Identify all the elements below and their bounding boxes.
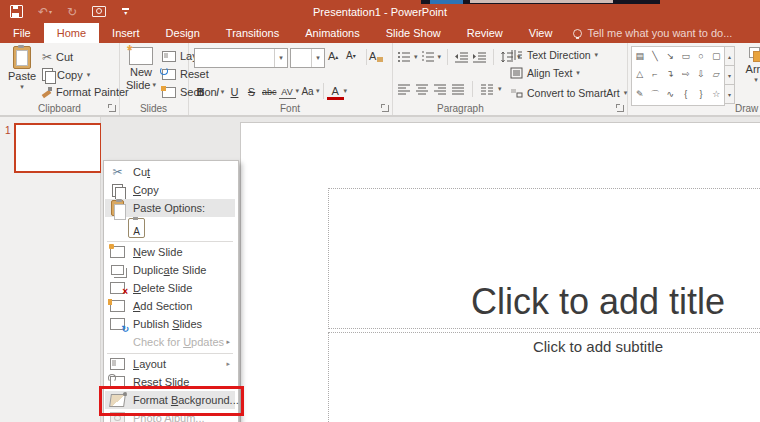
subtitle-placeholder[interactable]: Click to add subtitle (328, 332, 760, 422)
arrange-button[interactable]: Arra ▾ (739, 47, 760, 84)
shape-icon[interactable]: ⇨ (682, 69, 690, 79)
paragraph-dialog-launcher[interactable] (617, 105, 624, 112)
redo-icon[interactable]: ↻ (67, 6, 77, 18)
font-name-combo[interactable]: ▾ (194, 48, 288, 68)
tab-file[interactable]: File (0, 23, 44, 43)
align-left-icon[interactable] (397, 84, 411, 95)
menu-item-duplicate-slide[interactable]: Duplicate Slide (105, 261, 235, 279)
strikethrough-abc-button[interactable]: abc (260, 83, 279, 99)
columns-icon[interactable] (480, 84, 494, 95)
delete-slide-icon: × (110, 282, 125, 294)
tab-transitions[interactable]: Transitions (213, 23, 292, 43)
paragraph-row2: ▾ (397, 81, 502, 97)
chevron-down-icon[interactable]: ▾ (311, 49, 324, 67)
shape-icon[interactable]: ⇩ (697, 69, 705, 79)
align-text-button[interactable]: Align Text▾ (510, 67, 580, 79)
menu-separator (107, 241, 233, 242)
align-right-icon[interactable] (433, 84, 447, 95)
tab-slideshow[interactable]: Slide Show (373, 23, 454, 43)
shape-icon[interactable]: ⌒ (650, 88, 659, 101)
reset-slide-icon (110, 376, 125, 388)
bold-button[interactable]: B (192, 83, 209, 99)
change-case-button[interactable]: Aa (299, 83, 316, 99)
grow-font-button[interactable]: A▴ (328, 50, 338, 62)
keep-text-only-icon[interactable]: A (128, 218, 145, 238)
shape-icon[interactable]: ∿ (667, 89, 675, 99)
menu-item-add-section[interactable]: Add Section (105, 297, 235, 315)
align-center-icon[interactable] (415, 84, 429, 95)
menu-item-delete-slide[interactable]: × Delete Slide (105, 279, 235, 297)
tab-animations[interactable]: Animations (292, 23, 372, 43)
italic-button[interactable]: I (209, 83, 226, 99)
cut-button[interactable]: ✂ Cut (42, 50, 73, 64)
menu-item-layout[interactable]: Layout ▸ (105, 355, 235, 373)
undo-icon[interactable]: ↶▾ (38, 6, 52, 18)
ribbon: Paste ▾ ✂ Cut Copy ▾ Format Painter Clip… (0, 43, 760, 117)
photo-album-icon (110, 412, 125, 422)
shape-icon[interactable]: △ (636, 69, 643, 79)
menu-item-reset-slide[interactable]: Reset Slide (105, 373, 235, 391)
text-direction-button[interactable]: Text Direction▾ (510, 49, 598, 61)
shape-icon[interactable]: ↴ (667, 69, 675, 79)
gallery-down-icon[interactable]: ▾ (724, 66, 735, 85)
font-dialog-launcher[interactable] (382, 105, 389, 112)
shapes-gallery[interactable]: ▤ ╲ ↘ ▭ ○ ▢ △ ⌐ ↴ ⇨ ⇩ ▱ ✎ ⌒ ∿ { } ☆ (631, 46, 725, 106)
convert-smartart-button[interactable]: Convert to SmartArt▾ (510, 87, 627, 99)
shape-icon[interactable]: ✎ (636, 89, 644, 99)
menu-item-new-slide[interactable]: New Slide (105, 243, 235, 261)
decrease-indent-icon[interactable] (454, 51, 469, 63)
slide-thumbnail-1[interactable] (14, 123, 102, 173)
shape-icon[interactable]: ▭ (681, 51, 690, 61)
justify-icon[interactable] (451, 84, 465, 95)
scrubber-track (470, 0, 613, 3)
clear-formatting-button[interactable]: A (369, 50, 383, 62)
format-painter-button[interactable]: Format Painter (42, 86, 129, 98)
strikethrough-button[interactable]: S (243, 83, 260, 99)
shape-icon[interactable]: ↘ (667, 51, 675, 61)
shape-icon[interactable]: ▤ (635, 51, 644, 61)
new-slide-button[interactable]: * New Slide▾ (123, 47, 159, 91)
numbering-icon[interactable] (421, 51, 435, 63)
customize-qat-icon[interactable]: ▾ (121, 8, 130, 15)
tab-home[interactable]: Home (44, 23, 99, 43)
chevron-down-icon[interactable]: ▾ (274, 49, 287, 67)
paste-button[interactable]: Paste ▾ (4, 46, 40, 91)
tab-design[interactable]: Design (153, 23, 213, 43)
tell-me-box[interactable]: Tell me what you want to do... (565, 23, 740, 43)
title-placeholder[interactable]: Click to add title (328, 188, 760, 329)
shape-icon[interactable]: ▱ (713, 69, 720, 79)
menu-item-format-background[interactable]: Format Background... (105, 391, 235, 409)
shape-icon[interactable]: } (699, 89, 702, 99)
tab-review[interactable]: Review (454, 23, 516, 43)
shrink-font-button[interactable]: A▾ (346, 50, 356, 61)
copy-button[interactable]: Copy ▾ (42, 68, 90, 81)
clipboard-dialog-launcher[interactable] (109, 105, 116, 112)
copy-icon (42, 68, 53, 81)
save-icon[interactable] (10, 5, 23, 18)
tab-insert[interactable]: Insert (99, 23, 153, 43)
gallery-more-icon[interactable]: ▾ (724, 85, 735, 104)
start-from-beginning-icon[interactable] (92, 6, 106, 17)
font-size-combo[interactable]: ▾ (290, 48, 325, 68)
new-slide-icon (110, 246, 125, 258)
increase-indent-icon[interactable] (472, 51, 487, 63)
shape-icon[interactable]: ▢ (712, 51, 721, 61)
section-icon (162, 87, 176, 98)
bullets-icon[interactable] (397, 51, 411, 63)
character-spacing-button[interactable]: AV (279, 82, 296, 99)
tab-view[interactable]: View (516, 23, 566, 43)
shape-icon[interactable]: ☆ (712, 89, 720, 99)
menu-item-publish-slides[interactable]: ↻ Publish Slides (105, 315, 235, 333)
font-color-button[interactable]: A (327, 81, 344, 100)
menu-item-copy[interactable]: Copy (105, 181, 235, 199)
gallery-up-icon[interactable]: ▴ (724, 46, 735, 66)
shape-icon[interactable]: ╲ (652, 51, 657, 61)
menu-item-cut[interactable]: ✂ Cut (105, 163, 235, 181)
shape-icon[interactable]: { (684, 89, 687, 99)
publish-slides-icon: ↻ (110, 318, 125, 330)
shape-icon[interactable]: ○ (698, 51, 703, 61)
format-background-icon (110, 394, 125, 407)
shape-icon[interactable]: ⌐ (652, 69, 657, 79)
underline-button[interactable]: U (226, 83, 243, 99)
drawing-group-label: Draw (627, 103, 760, 114)
